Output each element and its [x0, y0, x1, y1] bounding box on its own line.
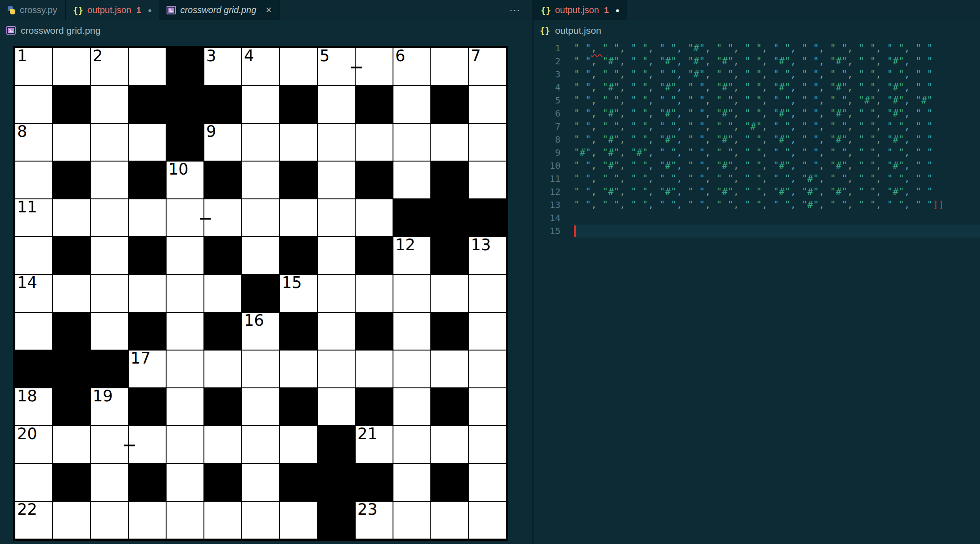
json-comma: , — [790, 186, 802, 197]
json-comma: , — [705, 56, 716, 67]
json-comma: , — [904, 186, 916, 197]
grid-cell-black — [204, 237, 241, 274]
more-actions-icon[interactable]: ⋯ — [509, 0, 521, 20]
left-editor-group: crossy.py {} output.json 1 ● crossword g… — [0, 0, 533, 544]
json-comma: , — [591, 69, 602, 80]
line-number: 15 — [533, 225, 560, 238]
grid-cell-black — [280, 86, 317, 123]
line-content: " ", " ", " ", " ", " ", " ", " ", " ", … — [574, 172, 980, 185]
grid-cell — [431, 502, 468, 539]
json-comma: , — [619, 186, 631, 197]
json-comma: , — [762, 160, 773, 171]
json-comma: , — [591, 56, 602, 67]
json-string-blank: " " — [745, 134, 762, 145]
code-line: 4" ", "#", " ", "#", " ", "#", " ", "#",… — [533, 81, 980, 94]
json-comma: , — [705, 160, 716, 171]
tab-output-json-left[interactable]: {} output.json 1 ● — [66, 0, 159, 20]
json-string-blank: " " — [773, 95, 790, 106]
modified-dot-icon: ● — [615, 6, 619, 14]
json-string-blank: " " — [858, 69, 876, 80]
json-comma: , — [876, 56, 887, 67]
line-number: 13 — [533, 198, 560, 211]
json-comma: , — [876, 134, 887, 145]
json-comma: , — [677, 160, 688, 171]
json-comma: , — [819, 199, 830, 210]
json-comma: , — [819, 95, 830, 106]
grid-cell — [129, 199, 166, 236]
json-comma: , — [591, 121, 602, 132]
grid-cell — [167, 275, 203, 312]
json-string-blank: " " — [631, 43, 648, 54]
json-string-blank: " " — [574, 160, 591, 171]
line-content: " ", " ", " ", " ", "#", " ", " ", " ", … — [574, 68, 980, 81]
grid-cell: 22 — [15, 502, 52, 539]
json-string-blank: " " — [916, 108, 933, 119]
json-comma: , — [762, 199, 773, 210]
grid-cell: 3 — [204, 48, 241, 85]
json-comma: , — [619, 56, 631, 67]
tab-crossword-grid-png[interactable]: crossword grid.png × — [159, 0, 279, 20]
grid-cell — [242, 426, 279, 463]
json-comma: , — [705, 69, 716, 80]
line-number: 7 — [533, 120, 560, 133]
grid-cell: 8 — [15, 124, 52, 161]
breadcrumb[interactable]: crossword grid.png — [0, 20, 533, 40]
grid-cell-black — [356, 313, 393, 350]
grid-cell-black — [280, 237, 317, 274]
grid-cell-black — [129, 86, 166, 123]
json-string-blank: " " — [830, 173, 847, 184]
grid-cell-black — [53, 86, 90, 123]
python-icon — [7, 6, 16, 14]
json-comma: , — [733, 69, 745, 80]
tab-output-json-right[interactable]: {} output.json 1 ● — [533, 0, 627, 20]
line-number: 8 — [533, 133, 560, 146]
json-string-blank: " " — [745, 82, 762, 93]
json-string-hash: "#" — [887, 108, 904, 119]
json-string-blank: " " — [745, 173, 762, 184]
json-icon: {} — [73, 5, 83, 15]
json-comma: , — [904, 56, 916, 67]
json-comma: , — [819, 134, 830, 145]
grid-cell — [393, 162, 430, 198]
grid-cell — [318, 199, 355, 236]
grid-cell — [129, 502, 166, 539]
json-icon: {} — [541, 5, 551, 15]
grid-cell-black — [53, 237, 90, 274]
json-comma: , — [904, 82, 916, 93]
json-comma: , — [790, 56, 802, 67]
grid-cell — [242, 351, 279, 387]
grid-cell — [204, 351, 241, 387]
json-string-blank: " " — [745, 69, 762, 80]
json-string-blank: " " — [802, 82, 819, 93]
json-comma: , — [876, 95, 887, 106]
json-editor[interactable]: 1" ", " ", " ", " ", "#", " ", " ", " ",… — [533, 40, 980, 544]
modified-dot-icon: ● — [148, 6, 152, 14]
grid-cell — [53, 48, 90, 85]
json-comma: , — [733, 108, 745, 119]
cell-number: 20 — [17, 425, 37, 443]
json-comma: , — [790, 134, 802, 145]
json-string-blank: " " — [631, 199, 648, 210]
json-comma: , — [591, 186, 602, 197]
grid-cell — [469, 162, 506, 198]
grid-cell — [318, 388, 355, 425]
grid-cell — [242, 237, 279, 274]
cell-number: 1 — [17, 47, 27, 65]
json-comma: , — [762, 147, 773, 158]
grid-cell-black — [167, 48, 203, 85]
breadcrumb[interactable]: {} output.json — [533, 20, 980, 40]
tab-crossy-py[interactable]: crossy.py — [0, 0, 66, 20]
json-comma: , — [762, 108, 773, 119]
json-comma: , — [762, 173, 773, 184]
grid-cell — [53, 502, 90, 539]
json-string-hash: "#" — [688, 69, 705, 80]
image-preview[interactable]: 1234567891011121314151617181920212223 — [0, 40, 533, 544]
close-icon[interactable]: × — [266, 4, 271, 16]
json-comma: , — [648, 186, 659, 197]
json-string-hash: "#" — [602, 160, 619, 171]
grid-cell-black — [204, 388, 241, 425]
json-string-hash: "#" — [773, 108, 790, 119]
json-error-squiggle: , — [591, 43, 602, 54]
json-comma: , — [733, 43, 745, 54]
json-string-blank: " " — [631, 82, 648, 93]
